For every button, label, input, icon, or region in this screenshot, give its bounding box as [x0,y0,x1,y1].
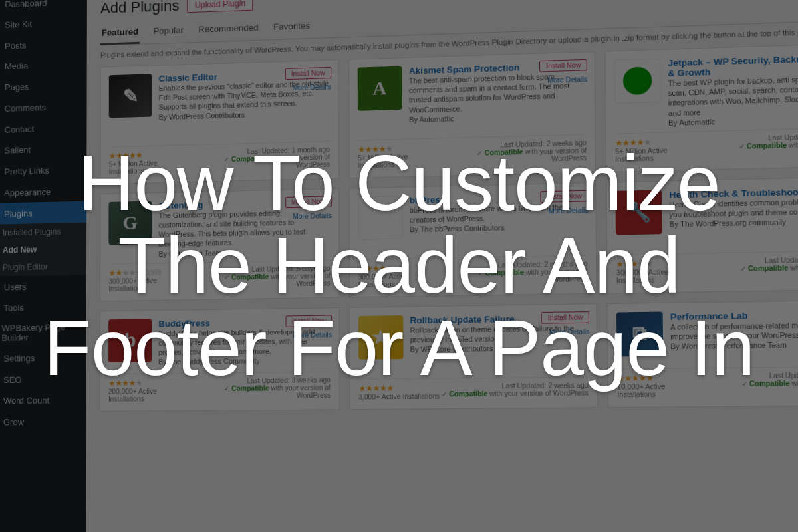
install-count: 200,000+ Active Installations [108,387,192,402]
sidebar-item-label: Pages [5,82,29,92]
compatibility: ✓ Compatible with your version of WordPr… [192,153,330,171]
plugin-description: Health Check identifies common problems,… [669,196,798,220]
plugin-card: Install NowMore DetailsJetpack – WP Secu… [605,43,798,172]
sidebar-item-label: Pretty Links [4,165,49,176]
plugin-icon: A [357,66,402,111]
compatibility: ✓ Compatible with your version of WordPr… [444,146,587,165]
install-now-button[interactable]: Install Now [539,59,587,72]
sidebar-item-seo[interactable]: ◐SEO [0,368,86,390]
tab-favorites[interactable]: Favorites [272,17,311,39]
sidebar-item-grow[interactable]: 📈Grow [0,410,86,432]
rating-stars: ★★★★★ [358,382,440,393]
install-now-button[interactable]: Install Now [541,311,589,324]
plugin-icon: G [108,201,152,245]
install-now-button[interactable]: Install Now [285,67,331,80]
install-now-button[interactable]: Install Now [285,196,331,208]
plugin-card: Install NowMore Details⧉Performance LabA… [607,299,798,408]
sidebar-item-pages[interactable]: ▦Pages [0,74,87,98]
plugin-icon: bb [358,196,402,240]
sidebar-item-word-count[interactable]: #Word Count [0,390,86,412]
plugin-card: Install NowMore DetailsbbbbPressbbPress … [348,182,597,297]
plugin-icon: 🔧 [616,190,662,235]
plugin-card: Install NowMore Details★Rollback Update … [349,303,598,410]
compatibility: ✓ Compatible with your version of WordPr… [442,389,589,398]
plugin-card: Install NowMore DetailsGGutenbergThe Gut… [100,188,339,301]
sidebar-item-label: Contact [5,124,35,134]
compatibility: ✓ Compatible with your version of WordPr… [706,263,798,281]
sidebar-item-label: SEO [3,374,22,384]
plugin-author: By WP Core Contributors [410,342,589,354]
install-count: 300,000+ Active Installations [108,276,192,292]
rating-stars: ★★★★★ [108,378,192,388]
install-count: 5+ Million Active Installations [615,146,705,163]
submenu-plugin-editor[interactable]: Plugin Editor [0,257,86,277]
install-count: 300,000+ Active Installations [616,267,706,284]
sidebar-item-contact[interactable]: ✉Contact [0,116,87,140]
plugin-icon: ⧉ [616,311,663,356]
sidebar-item-tools[interactable]: 🛠Tools [0,296,86,319]
plugin-grid: Install NowMore Details✎Classic EditorEn… [100,43,798,411]
sidebar-item-label: WPBakery Page Builder [1,322,79,343]
plugin-icon: ★ [358,315,404,360]
plugin-description: The best WP plugin for backup, anti spam… [668,73,798,118]
sidebar-item-label: Tools [4,303,24,313]
tab-recommended[interactable]: Recommended [197,18,259,41]
plugin-icon [614,58,661,104]
submenu-installed-plugins[interactable]: Installed Plugins [0,223,86,242]
sidebar-item-pretty-links[interactable]: ⋯Pretty Links [0,158,86,182]
sidebar-item-users[interactable]: 👤Users [0,275,86,298]
sidebar-item-label: Dashboard [5,0,47,9]
plugin-card: Install NowMore Details✎Classic EditorEn… [100,59,338,184]
plugin-card: Install NowMore DetailsbBuddyPressBuddyP… [100,307,340,412]
sidebar-item-settings[interactable]: ⚙Settings [0,346,86,369]
sidebar-item-label: Settings [3,353,35,364]
install-count: 3,000+ Active Installations [358,392,440,400]
sidebar-item-wpbakery-page-builder[interactable]: WWPBakery Page Builder [0,317,86,348]
compatibility: ✓ Compatible with your version of WordPr… [705,379,798,396]
sidebar-item-plugins[interactable]: 🔌Plugins [0,201,86,225]
more-details-link[interactable]: More Details [293,83,331,92]
sidebar-item-appearance[interactable]: ✪Appearance [0,180,86,204]
compatibility: ✓ Compatible with your version of WordPr… [192,384,331,400]
plugin-icon: b [108,319,152,362]
sidebar-item-label: Appearance [4,186,51,198]
more-details-link[interactable]: More Details [549,206,589,215]
sidebar-item-label: Word Count [3,395,49,406]
compatibility: ✓ Compatible with your version of WordPr… [192,272,331,289]
sidebar-item-label: Grow [3,416,24,426]
tab-popular[interactable]: Popular [152,21,185,43]
sidebar-item-label: Users [4,281,27,292]
content-area: Add Plugins Upload Plugin Featured Popul… [86,0,798,532]
plugin-author: By WordPress Performance Team [670,339,798,351]
compatibility: ✓ Compatible with your version of WordPr… [705,140,798,159]
more-details-link[interactable]: More Details [547,76,587,84]
install-now-button[interactable]: Install Now [285,315,332,327]
more-details-link[interactable]: More Details [549,328,590,336]
plugin-card: Install NowMore DetailsAAkismet Spam Pro… [348,51,597,178]
submenu-add-new[interactable]: Add New [0,240,86,259]
sidebar-item-salient[interactable]: ~Salient [0,138,86,161]
compatibility: ✓ Compatible with your version of WordPr… [445,267,588,285]
sidebar-item-label: Comments [5,102,47,114]
upload-plugin-button[interactable]: Upload Plugin [188,0,253,13]
admin-sidebar: ⌂DashboardGSite Kit✎Posts🖼Media▦Pages💬Co… [0,0,87,532]
plugin-description: A collection of performance-related modu… [670,319,798,342]
sidebar-item-label: Media [5,61,28,71]
wp-admin-screen: ⓦ ⌂Striving Blogger 💬0 ＋New Y Breeze WP … [0,0,798,532]
plugin-icon: ✎ [109,74,152,118]
more-details-link[interactable]: More Details [293,212,331,220]
install-now-button[interactable]: Install Now [541,190,589,203]
sidebar-item-comments[interactable]: 💬Comments [0,95,87,120]
sidebar-item-label: Site Kit [5,19,32,29]
sidebar-item-label: Salient [4,145,31,156]
sidebar-item-label: Plugins [4,208,33,219]
plugin-card: Install NowMore Details🔧Health Check & T… [606,176,798,294]
rating-stars: ★★★★★ [617,372,705,383]
more-details-link[interactable]: More Details [293,331,331,339]
install-count: 5+ Million Active Installations [109,158,193,175]
page-title: Add Plugins [100,0,180,17]
tab-featured[interactable]: Featured [100,23,140,45]
sidebar-item-label: Posts [5,40,26,51]
install-count: 10,000+ Active Installations [617,382,705,398]
install-count: 5+ Million Active Installations [358,152,444,170]
